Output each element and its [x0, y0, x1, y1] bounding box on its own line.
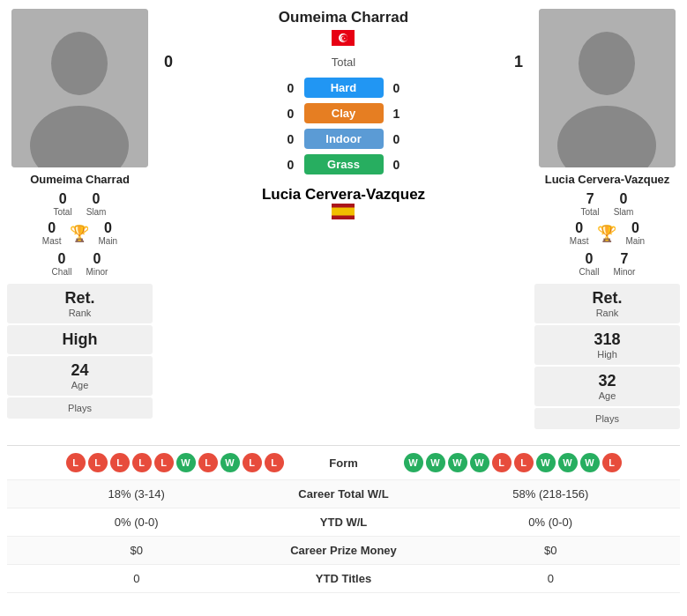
left-trophy-icon: 🏆	[70, 224, 89, 243]
left-slam-label: Slam	[86, 207, 107, 217]
surface-grass-row: 0 Grass 0	[156, 154, 531, 174]
prize-money-label: Career Prize Money	[256, 544, 432, 557]
left-slam-val: 0	[93, 191, 101, 207]
surface-indoor-row: 0 Indoor 0	[156, 129, 531, 149]
left-badge-5: L	[154, 453, 174, 472]
left-badge-3: L	[110, 453, 130, 472]
center-col: Oumeima Charrad ☪ 0 Total 1 0 Hard	[156, 9, 531, 429]
left-minor-stat: 0 Minor	[86, 251, 108, 277]
left-badge-9: L	[243, 453, 262, 472]
prize-money-left: $0	[18, 544, 256, 557]
hard-btn: Hard	[304, 78, 384, 98]
left-rank-val: Ret.	[7, 289, 153, 308]
right-slam-label: Slam	[614, 207, 634, 217]
right-badge-7: W	[536, 453, 556, 472]
right-age-label: Age	[534, 390, 680, 401]
left-badge-2: L	[88, 453, 108, 472]
left-chall-stat: 0 Chall	[52, 251, 72, 277]
hard-score-right: 0	[387, 81, 407, 95]
right-player-name: Lucia Cervera-Vazquez	[545, 173, 670, 186]
left-minor-val: 0	[93, 251, 101, 267]
left-badge-8: W	[220, 453, 240, 472]
right-chall-val: 0	[586, 251, 594, 267]
svg-point-1	[51, 32, 108, 95]
right-player-avatar	[539, 9, 676, 167]
match-container: Oumeima Charrad 0 Total 0 Slam 0 Mast 🏆	[0, 0, 687, 593]
left-slam-stat: 0 Slam	[86, 191, 107, 217]
right-mast-label: Mast	[570, 236, 589, 246]
left-total-label: Total	[54, 207, 72, 217]
right-chall-stat: 0 Chall	[579, 251, 600, 277]
left-age-val: 24	[7, 361, 153, 380]
right-stats-row3: 0 Chall 7 Minor	[579, 251, 636, 277]
ytd-titles-right: 0	[432, 572, 670, 585]
right-form-badges: W W W W L L W W W L	[397, 453, 677, 472]
right-minor-val: 7	[620, 251, 628, 267]
right-trophy-icon: 🏆	[597, 224, 616, 243]
left-age-box: 24 Age	[7, 356, 153, 396]
indoor-score-right: 0	[387, 132, 407, 146]
surface-hard-row: 0 Hard 0	[156, 78, 531, 98]
left-total-stat: 0 Total	[54, 191, 72, 217]
ytd-titles-row: 0 YTD Titles 0	[7, 565, 680, 593]
right-high-val: 318	[534, 330, 680, 349]
left-player-header: Oumeima Charrad	[279, 9, 408, 26]
right-center-name: Lucia Cervera-Vazquez	[262, 186, 425, 204]
right-minor-stat: 7 Minor	[613, 251, 635, 277]
clay-score-right: 1	[387, 107, 407, 121]
grass-btn: Grass	[304, 154, 384, 174]
left-player-avatar	[11, 9, 148, 167]
prize-money-row: $0 Career Prize Money $0	[7, 537, 680, 565]
right-minor-label: Minor	[613, 267, 635, 277]
left-form-badges: L L L L L W L W L L	[11, 453, 291, 472]
right-rank-sub: Rank	[534, 308, 680, 318]
main-row: Oumeima Charrad 0 Total 0 Slam 0 Mast 🏆	[0, 0, 687, 438]
right-stats-row2: 0 Mast 🏆 0 Main	[570, 220, 645, 246]
right-mast-stat: 0 Mast	[570, 220, 589, 246]
right-age-box: 32 Age	[534, 367, 680, 406]
left-stats-row2: 0 Mast 🏆 0 Main	[42, 220, 117, 246]
right-info-boxes: Ret. Rank 318 High 32 Age Plays	[534, 284, 680, 429]
left-total-val: 0	[59, 191, 67, 207]
left-badge-6: W	[176, 453, 196, 472]
left-rank-sub: Rank	[7, 308, 153, 318]
left-badge-7: L	[198, 453, 218, 472]
form-row: L L L L L W L W L L Form W W W W L L W	[7, 446, 680, 480]
right-badge-1: W	[404, 453, 423, 472]
right-chall-label: Chall	[579, 267, 600, 277]
right-main-stat: 0 Main	[625, 220, 645, 246]
left-age-label: Age	[7, 380, 153, 390]
left-player-name: Oumeima Charrad	[30, 173, 130, 186]
right-flag	[332, 204, 355, 219]
prize-money-right: $0	[432, 544, 670, 557]
left-chall-label: Chall	[52, 267, 72, 277]
svg-rect-8	[332, 208, 355, 216]
grass-score-right: 0	[387, 158, 407, 172]
right-badge-10: L	[602, 453, 622, 472]
left-center-header: Oumeima Charrad ☪	[279, 9, 408, 46]
left-player-col: Oumeima Charrad 0 Total 0 Slam 0 Mast 🏆	[7, 9, 153, 429]
right-high-box: 318 High	[534, 325, 680, 365]
right-badge-3: W	[448, 453, 467, 472]
svg-point-10	[579, 32, 635, 95]
right-rank-box: Ret. Rank	[534, 284, 680, 323]
right-mast-val: 0	[575, 220, 583, 236]
svg-text:☪: ☪	[340, 35, 346, 41]
ytd-wl-label: YTD W/L	[256, 516, 432, 529]
left-high-val: High	[7, 330, 153, 349]
ytd-wl-right: 0% (0-0)	[432, 516, 670, 529]
career-total-row: 18% (3-14) Career Total W/L 58% (218-156…	[7, 480, 680, 508]
left-plays-label: Plays	[7, 403, 153, 413]
clay-score-left: 0	[281, 107, 301, 121]
right-plays-label: Plays	[534, 413, 680, 424]
clay-btn: Clay	[304, 103, 384, 123]
score-right: 1	[506, 53, 531, 71]
right-stats-row1: 7 Total 0 Slam	[581, 191, 634, 217]
left-main-val: 0	[104, 220, 112, 236]
left-center-name: Oumeima Charrad	[279, 9, 408, 26]
left-badge-4: L	[132, 453, 152, 472]
left-rank-box: Ret. Rank	[7, 284, 153, 323]
right-center-header: Lucia Cervera-Vazquez	[262, 186, 425, 219]
ytd-titles-label: YTD Titles	[256, 572, 432, 585]
left-main-label: Main	[98, 236, 117, 246]
